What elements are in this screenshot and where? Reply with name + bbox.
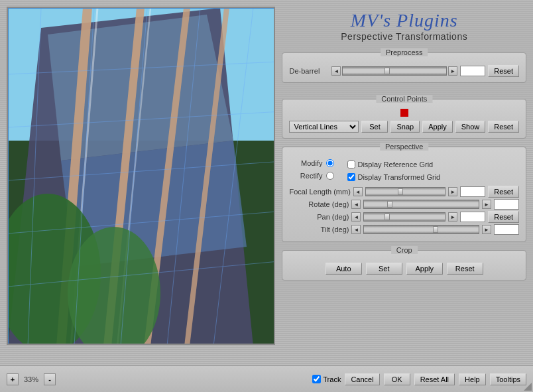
focal-length-label: Focal Length (mm): [289, 188, 350, 196]
debarrel-row: De-barrel ◄ ► 0 Reset: [289, 65, 519, 77]
crop-buttons: Auto Set Apply Reset: [289, 263, 519, 275]
rotate-track[interactable]: [363, 200, 479, 209]
tilt-track[interactable]: [363, 225, 479, 234]
pan-reset-button[interactable]: Reset: [488, 211, 519, 223]
rectify-label: Rectify: [289, 172, 322, 180]
red-square-indicator: [400, 109, 408, 117]
ok-button[interactable]: OK: [384, 373, 410, 385]
crop-title: Crop: [391, 246, 418, 254]
ref-grid-row: Display Reference Grid: [347, 159, 433, 169]
focal-reset-button[interactable]: Reset: [488, 186, 519, 198]
rotate-label: Rotate (deg): [289, 200, 349, 208]
zoom-controls: + 33% -: [7, 373, 56, 385]
right-panel: MV's Plugins Perspective Transformations…: [282, 7, 526, 359]
display-reference-checkbox[interactable]: [347, 161, 355, 168]
building-visual: [8, 8, 274, 344]
track-checkbox[interactable]: [312, 375, 321, 383]
pan-row: Pan (deg) ◄ ► -12.9 Reset: [289, 211, 519, 223]
track-label: Track: [323, 375, 341, 383]
cp-type-dropdown[interactable]: Vertical Lines Horizontal Lines Grid: [289, 121, 359, 133]
control-points-panel: Control Points Vertical Lines Horizontal…: [282, 99, 526, 139]
rectify-row: Rectify: [289, 172, 334, 180]
crop-panel: Crop Auto Set Apply Reset: [282, 250, 526, 281]
tilt-right-arrow[interactable]: ►: [482, 225, 491, 234]
debarrel-label: De-barrel: [289, 67, 329, 75]
tilt-row: Tilt (deg) ◄ ► 53.6: [289, 224, 519, 235]
pan-track[interactable]: [363, 212, 445, 222]
cp-header: [289, 109, 519, 117]
resize-handle[interactable]: [524, 383, 532, 391]
focal-track[interactable]: [365, 187, 445, 196]
transformed-grid-row: Display Transformed Grid: [347, 172, 440, 182]
pan-label: Pan (deg): [289, 213, 349, 221]
modify-radio[interactable]: [326, 159, 334, 167]
display-reference-label: Display Reference Grid: [357, 161, 433, 168]
pan-right-arrow[interactable]: ►: [448, 212, 457, 222]
cp-set-button[interactable]: Set: [361, 121, 388, 133]
pan-left-arrow[interactable]: ◄: [351, 212, 361, 222]
display-transformed-checkbox[interactable]: [347, 173, 355, 181]
cp-apply-button[interactable]: Apply: [422, 121, 453, 133]
focal-left-arrow[interactable]: ◄: [353, 187, 363, 196]
zoom-minus-button[interactable]: -: [44, 373, 56, 385]
preprocess-title: Preprocess: [381, 48, 428, 56]
debarrel-right-arrow[interactable]: ►: [448, 66, 457, 76]
crop-set-button[interactable]: Set: [366, 263, 402, 275]
zoom-plus-button[interactable]: +: [7, 373, 19, 385]
crop-apply-button[interactable]: Apply: [406, 263, 443, 275]
reset-all-button[interactable]: Reset All: [414, 373, 455, 385]
debarrel-left-arrow[interactable]: ◄: [331, 66, 341, 76]
focal-length-input[interactable]: 28: [460, 186, 485, 197]
rotate-thumb[interactable]: [387, 201, 392, 208]
zoom-display: 33%: [21, 375, 41, 383]
help-button[interactable]: Help: [459, 373, 486, 385]
main-container: MV's Plugins Perspective Transformations…: [0, 0, 533, 392]
top-area: MV's Plugins Perspective Transformations…: [0, 0, 533, 365]
perspective-title: Perspective: [380, 143, 428, 151]
image-panel: [7, 7, 275, 345]
preprocess-panel: Preprocess De-barrel ◄ ► 0 Reset: [282, 52, 526, 83]
perspective-panel: Perspective Modify Display Reference Gri…: [282, 147, 526, 242]
rotate-input[interactable]: -25.7: [494, 199, 519, 210]
tooltips-button[interactable]: Tooltips: [490, 373, 526, 385]
debarrel-reset-button[interactable]: Reset: [488, 65, 519, 77]
focal-length-row: Focal Length (mm) ◄ ► 28 Reset: [289, 186, 519, 198]
app-logo: MV's Plugins: [282, 10, 526, 31]
debarrel-thumb[interactable]: [385, 68, 390, 74]
tilt-thumb[interactable]: [433, 226, 438, 233]
tilt-label: Tilt (deg): [289, 226, 349, 233]
control-points-title: Control Points: [376, 95, 432, 103]
crop-auto-button[interactable]: Auto: [326, 263, 362, 275]
app-subtitle: Perspective Transformations: [282, 31, 526, 42]
rotate-row: Rotate (deg) ◄ ► -25.7: [289, 199, 519, 210]
rectify-radio[interactable]: [326, 172, 334, 180]
modify-label: Modify: [289, 159, 322, 167]
cp-reset-button[interactable]: Reset: [488, 121, 519, 133]
scene-svg: [8, 8, 275, 345]
rotate-right-arrow[interactable]: ►: [482, 200, 491, 209]
cp-show-button[interactable]: Show: [455, 121, 486, 133]
logo-area: MV's Plugins Perspective Transformations: [282, 7, 526, 47]
bottom-bar: + 33% - Track Cancel OK Reset All Help T…: [0, 365, 533, 392]
debarrel-value-input[interactable]: 0: [460, 66, 485, 76]
cancel-button[interactable]: Cancel: [345, 373, 379, 385]
debarrel-slider-container: ◄ ►: [331, 66, 457, 76]
debarrel-track[interactable]: [342, 66, 447, 76]
pan-thumb[interactable]: [385, 214, 390, 220]
pan-input[interactable]: -12.9: [460, 212, 485, 222]
cp-snap-button[interactable]: Snap: [390, 121, 420, 133]
cp-controls: Vertical Lines Horizontal Lines Grid Set…: [289, 121, 519, 133]
display-transformed-label: Display Transformed Grid: [357, 173, 440, 181]
tilt-left-arrow[interactable]: ◄: [351, 225, 361, 234]
tilt-input[interactable]: 53.6: [494, 224, 519, 235]
focal-right-arrow[interactable]: ►: [448, 187, 457, 196]
crop-reset-button[interactable]: Reset: [447, 263, 483, 275]
rotate-left-arrow[interactable]: ◄: [351, 200, 361, 209]
focal-thumb[interactable]: [398, 188, 403, 195]
track-area: Track: [312, 375, 341, 383]
modify-row: Modify: [289, 159, 334, 167]
